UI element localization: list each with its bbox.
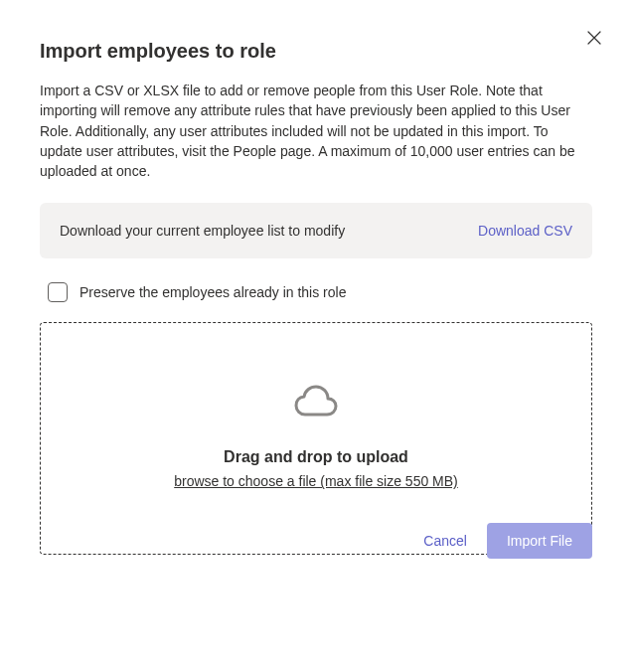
close-icon xyxy=(587,31,601,45)
import-file-button[interactable]: Import File xyxy=(487,523,592,559)
cloud-upload-icon xyxy=(294,383,338,420)
import-dialog: Import employees to role Import a CSV or… xyxy=(0,0,632,594)
file-dropzone[interactable]: Drag and drop to upload browse to choose… xyxy=(40,322,592,555)
preserve-checkbox-row: Preserve the employees already in this r… xyxy=(40,282,592,302)
cancel-button[interactable]: Cancel xyxy=(423,533,467,549)
dialog-footer: Cancel Import File xyxy=(423,523,592,559)
download-csv-link[interactable]: Download CSV xyxy=(478,223,572,239)
download-bar: Download your current employee list to m… xyxy=(40,203,592,258)
dropzone-title: Drag and drop to upload xyxy=(61,448,571,466)
close-button[interactable] xyxy=(584,28,604,48)
dropzone-subtitle: browse to choose a file (max file size 5… xyxy=(174,473,458,489)
dialog-description: Import a CSV or XLSX file to add or remo… xyxy=(40,81,592,181)
dialog-title: Import employees to role xyxy=(40,40,592,63)
preserve-checkbox-label: Preserve the employees already in this r… xyxy=(79,284,346,300)
preserve-checkbox[interactable] xyxy=(48,282,68,302)
download-text: Download your current employee list to m… xyxy=(60,223,345,239)
